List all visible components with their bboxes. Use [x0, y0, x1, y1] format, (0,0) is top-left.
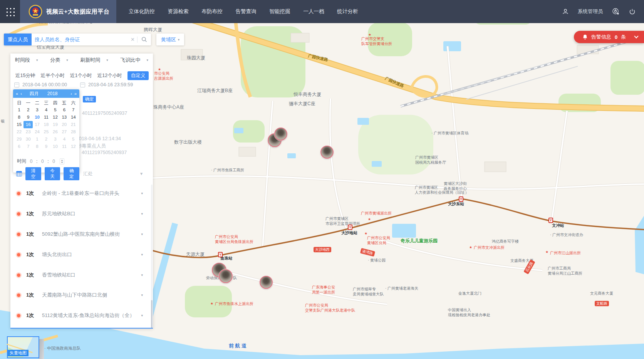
- security-settings-icon[interactable]: [612, 8, 620, 15]
- calendar-day-28[interactable]: 28: [69, 128, 78, 136]
- ok-button[interactable]: 确定: [64, 167, 79, 180]
- list-item[interactable]: 1次香雪地铁站E口▾: [10, 269, 153, 281]
- list-item[interactable]: 1次企岭街 - 北1巷秦岭东一巷口向井头▾: [10, 188, 153, 199]
- calendar-grid-icon[interactable]: [16, 171, 22, 176]
- app-grid-button[interactable]: [0, 0, 20, 23]
- calendar-day-25[interactable]: 25: [42, 128, 50, 136]
- next-year-button[interactable]: »: [74, 91, 77, 96]
- calendar-day-1[interactable]: 1: [15, 106, 23, 114]
- nav-item-4[interactable]: 智能挖掘: [270, 8, 290, 15]
- time-stepper[interactable]: ▲▼: [60, 158, 64, 164]
- filter-2[interactable]: 刷新时间▾: [80, 57, 108, 64]
- filter-0[interactable]: 时间段▾: [15, 57, 38, 64]
- scrollbar-thumb[interactable]: [151, 300, 153, 329]
- filter-1[interactable]: 分类▾: [50, 57, 68, 64]
- nav-item-2[interactable]: 布防布控: [202, 8, 223, 15]
- calendar-day-2[interactable]: 2: [42, 136, 50, 143]
- calendar-day-16[interactable]: 16: [23, 121, 32, 128]
- end-date[interactable]: 2018-04-16 23:59:59: [88, 82, 133, 87]
- search-icon[interactable]: [138, 37, 151, 42]
- calendar-day-22[interactable]: 22: [15, 128, 23, 136]
- calendar-day-5[interactable]: 5: [69, 136, 78, 143]
- calendar-day-27[interactable]: 27: [60, 128, 69, 136]
- calendar-day-8[interactable]: 8: [15, 114, 23, 121]
- district-selector[interactable]: 黄埔区 ▾: [156, 34, 184, 45]
- prev-month-button[interactable]: ‹: [20, 91, 22, 96]
- metro-station-icon[interactable]: Y: [348, 225, 352, 230]
- list-item[interactable]: 1次5112黄埔大道东-鱼珠总站向海边街（全）▾: [10, 310, 153, 321]
- calendar-day-29[interactable]: 29: [15, 136, 23, 143]
- confirm-button[interactable]: 确定: [83, 96, 96, 102]
- calendar-day-10[interactable]: 10: [51, 143, 60, 150]
- chevron-down-icon[interactable]: [634, 34, 639, 38]
- alarm-info-pill[interactable]: 告警信息 0 条: [574, 31, 644, 43]
- calendar-day-19[interactable]: 19: [51, 121, 60, 128]
- calendar-day-3[interactable]: 3: [51, 136, 60, 143]
- calendar-day-12[interactable]: 12: [51, 114, 60, 121]
- calendar-month[interactable]: 四月: [30, 91, 39, 97]
- start-date[interactable]: 2018-04-16 00:00:00: [22, 82, 67, 87]
- nav-item-3[interactable]: 告警查询: [236, 8, 257, 15]
- hour-value[interactable]: 0: [29, 159, 33, 164]
- calendar-day-9[interactable]: 9: [23, 114, 32, 121]
- metro-station-icon[interactable]: Y: [548, 218, 553, 223]
- calendar-day-9[interactable]: 9: [42, 143, 50, 150]
- face-capture-marker[interactable]: [274, 127, 287, 141]
- quick-range-3[interactable]: 近12个小时: [97, 72, 122, 79]
- calendar-day-12[interactable]: 12: [69, 143, 78, 150]
- metro-station-icon[interactable]: Y: [218, 252, 223, 257]
- metro-station-icon[interactable]: Y: [459, 196, 463, 202]
- calendar-day-4[interactable]: 4: [42, 106, 50, 114]
- chevron-down-icon[interactable]: ▾: [141, 212, 143, 216]
- calendar-year[interactable]: 2018: [47, 91, 58, 96]
- calendar-day-21[interactable]: 21: [69, 121, 78, 128]
- calendar-day-5[interactable]: 5: [51, 106, 60, 114]
- clear-button[interactable]: 清空: [25, 167, 41, 180]
- list-item[interactable]: 1次天麓南路与山下中路路口北侧▾: [10, 289, 153, 301]
- chevron-down-icon[interactable]: ▾: [141, 253, 143, 257]
- chevron-down-icon[interactable]: ▾: [141, 293, 143, 297]
- calendar-day-23[interactable]: 23: [23, 128, 32, 136]
- calendar-day-3[interactable]: 3: [33, 106, 42, 114]
- quick-range-1[interactable]: 近半个小时: [40, 72, 65, 79]
- calendar-day-6[interactable]: 6: [60, 106, 69, 114]
- face-capture-marker[interactable]: [219, 269, 233, 283]
- calendar-day-11[interactable]: 11: [42, 114, 50, 121]
- nav-item-1[interactable]: 资源检索: [168, 8, 189, 15]
- nav-item-0[interactable]: 立体化防控: [129, 8, 155, 15]
- custom-range-button[interactable]: 自定义: [127, 71, 149, 80]
- search-input[interactable]: [32, 37, 128, 42]
- face-capture-marker[interactable]: [260, 276, 273, 289]
- current-user[interactable]: 系统管理员: [578, 8, 603, 15]
- chevron-down-icon[interactable]: ▾: [141, 273, 143, 277]
- calendar-day-20[interactable]: 20: [60, 121, 69, 128]
- calendar-day-6[interactable]: 6: [15, 143, 23, 150]
- calendar-day-11[interactable]: 11: [60, 143, 69, 150]
- calendar-day-7[interactable]: 7: [69, 106, 78, 114]
- calendar-day-2[interactable]: 2: [23, 106, 32, 114]
- calendar-day-15[interactable]: 15: [15, 121, 23, 128]
- today-button[interactable]: 今天: [45, 167, 60, 180]
- chevron-down-icon[interactable]: ▾: [141, 191, 143, 195]
- next-month-button[interactable]: ›: [70, 91, 72, 96]
- logout-power-icon[interactable]: [629, 8, 636, 15]
- clear-icon[interactable]: ✕: [128, 37, 137, 42]
- calendar-day-14[interactable]: 14: [69, 114, 78, 121]
- minute-value[interactable]: 0: [40, 159, 44, 164]
- nav-item-5[interactable]: 一人一档: [304, 8, 324, 15]
- list-item[interactable]: 1次塘头北街出口▾: [10, 249, 153, 260]
- chevron-down-icon[interactable]: ▾: [141, 314, 143, 317]
- step-down-icon[interactable]: ▼: [61, 161, 63, 164]
- calendar-day-17[interactable]: 17: [33, 121, 42, 128]
- quick-range-2[interactable]: 近1个小时: [70, 72, 92, 79]
- nav-item-6[interactable]: 统计分析: [337, 8, 358, 15]
- filter-3[interactable]: 飞识比中▾: [120, 57, 148, 64]
- chevron-down-icon[interactable]: ▾: [141, 232, 143, 236]
- calendar-day-18[interactable]: 18: [42, 121, 50, 128]
- calendar-day-8[interactable]: 8: [33, 143, 42, 150]
- calendar-day-7[interactable]: 7: [23, 143, 32, 150]
- calendar-day-26[interactable]: 26: [51, 128, 60, 136]
- calendar-day-30[interactable]: 30: [23, 136, 32, 143]
- quick-range-0[interactable]: 近15分钟: [15, 72, 35, 79]
- face-capture-marker[interactable]: [320, 146, 334, 159]
